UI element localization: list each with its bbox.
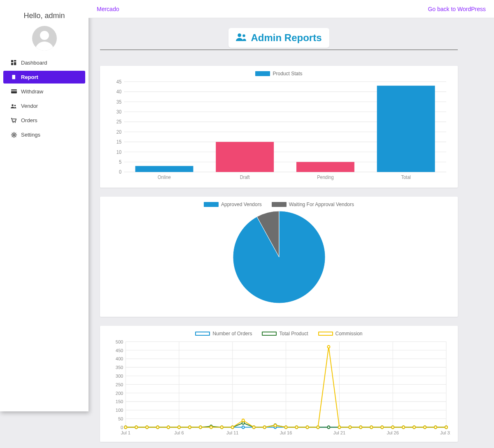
legend-swatch bbox=[272, 202, 287, 207]
svg-point-163 bbox=[285, 426, 287, 428]
svg-text:5: 5 bbox=[119, 160, 121, 165]
svg-text:30: 30 bbox=[117, 109, 121, 114]
svg-point-136 bbox=[327, 426, 330, 428]
svg-point-170 bbox=[359, 426, 362, 428]
svg-text:15: 15 bbox=[117, 139, 121, 144]
sidebar-item-label: Settings bbox=[21, 132, 40, 138]
svg-point-8 bbox=[14, 104, 16, 106]
avatar bbox=[32, 26, 57, 51]
sidebar-item-label: Withdraw bbox=[21, 88, 43, 95]
svg-line-17 bbox=[15, 136, 16, 137]
svg-text:20: 20 bbox=[117, 129, 121, 134]
svg-point-7 bbox=[12, 104, 14, 106]
legend-label: Number of Orders bbox=[212, 331, 252, 337]
line-chart: 050100150200250300350400450500Jul 1Jul 6… bbox=[107, 339, 450, 436]
svg-point-151 bbox=[156, 426, 159, 428]
svg-rect-4 bbox=[12, 75, 15, 79]
topbar: Mercado Go back to WordPress bbox=[89, 0, 494, 18]
svg-point-153 bbox=[178, 426, 180, 428]
back-to-wordpress-link[interactable]: Go back to WordPress bbox=[428, 6, 486, 12]
svg-point-177 bbox=[434, 426, 437, 428]
svg-point-20 bbox=[238, 33, 242, 37]
svg-rect-5 bbox=[11, 89, 17, 93]
svg-rect-48 bbox=[377, 86, 435, 172]
svg-point-176 bbox=[424, 426, 426, 428]
svg-point-175 bbox=[413, 426, 415, 428]
orders-icon bbox=[11, 117, 17, 123]
svg-point-161 bbox=[263, 426, 266, 428]
svg-text:Jul 6: Jul 6 bbox=[174, 430, 184, 435]
legend-label: Total Product bbox=[279, 331, 308, 337]
svg-text:400: 400 bbox=[116, 356, 123, 361]
svg-point-21 bbox=[243, 35, 246, 37]
bar-chart: 051015202530354045OnlineDraftPendingTota… bbox=[107, 79, 450, 182]
pie-chart bbox=[232, 210, 326, 304]
brand-link[interactable]: Mercado bbox=[97, 6, 119, 12]
svg-rect-46 bbox=[296, 162, 354, 172]
sidebar-item-withdraw[interactable]: Withdraw bbox=[0, 84, 89, 99]
sidebar-item-settings[interactable]: Settings bbox=[0, 128, 89, 142]
svg-point-159 bbox=[242, 419, 245, 422]
product-stats-card: Product Stats 051015202530354045OnlineDr… bbox=[100, 66, 458, 188]
svg-line-19 bbox=[15, 133, 16, 134]
legend-label: Commission bbox=[336, 331, 363, 337]
legend-label: Waiting For Approval Vendors bbox=[289, 202, 354, 207]
svg-point-165 bbox=[306, 426, 308, 428]
bar-legend: Product Stats bbox=[107, 71, 450, 77]
svg-point-171 bbox=[370, 426, 373, 428]
sidebar-item-dashboard[interactable]: Dashboard bbox=[0, 56, 89, 70]
svg-rect-6 bbox=[11, 91, 17, 91]
svg-rect-44 bbox=[216, 142, 274, 172]
svg-text:Pending: Pending bbox=[317, 175, 334, 180]
svg-text:450: 450 bbox=[116, 348, 123, 353]
svg-text:40: 40 bbox=[117, 89, 121, 94]
svg-text:Jul 31: Jul 31 bbox=[440, 430, 450, 435]
svg-text:0: 0 bbox=[121, 425, 123, 430]
svg-point-154 bbox=[189, 426, 191, 428]
svg-text:50: 50 bbox=[118, 416, 123, 421]
legend-label: Approved Vendors bbox=[221, 202, 262, 207]
dashboard-icon bbox=[11, 60, 17, 66]
svg-rect-2 bbox=[11, 63, 13, 65]
svg-point-148 bbox=[124, 426, 127, 428]
svg-text:Jul 16: Jul 16 bbox=[280, 430, 292, 435]
svg-point-11 bbox=[13, 134, 15, 136]
sidebar-item-orders[interactable]: Orders bbox=[0, 113, 89, 128]
vendor-icon bbox=[11, 103, 17, 109]
sidebar-item-label: Dashboard bbox=[21, 60, 47, 66]
svg-point-164 bbox=[296, 426, 298, 428]
page-title: Admin Reports bbox=[228, 28, 329, 48]
svg-text:0: 0 bbox=[119, 169, 121, 174]
sidebar-item-vendor[interactable]: Vendor bbox=[0, 99, 89, 113]
svg-text:Jul 11: Jul 11 bbox=[226, 430, 238, 435]
page-divider bbox=[100, 49, 458, 50]
svg-point-158 bbox=[231, 426, 234, 428]
legend-swatch bbox=[255, 71, 270, 76]
orders-line-card: Number of Orders Total Product Commissio… bbox=[100, 326, 458, 442]
legend-swatch bbox=[318, 332, 333, 336]
svg-text:45: 45 bbox=[117, 79, 121, 84]
svg-text:Online: Online bbox=[158, 175, 171, 180]
svg-text:Draft: Draft bbox=[240, 175, 250, 180]
sidebar-item-label: Report bbox=[21, 74, 38, 80]
sidebar: Hello, admin Dashboard Report Withdraw bbox=[0, 0, 89, 411]
vendor-pie-card: Approved Vendors Waiting For Approval Ve… bbox=[100, 197, 458, 317]
svg-point-174 bbox=[402, 426, 405, 428]
svg-rect-42 bbox=[135, 166, 193, 172]
svg-text:500: 500 bbox=[116, 339, 123, 344]
sidebar-item-report[interactable]: Report bbox=[3, 71, 85, 84]
svg-text:Total: Total bbox=[401, 175, 410, 180]
svg-point-149 bbox=[135, 426, 137, 428]
svg-text:Jul 26: Jul 26 bbox=[387, 430, 398, 435]
svg-text:Jul 1: Jul 1 bbox=[121, 430, 130, 435]
svg-text:100: 100 bbox=[116, 408, 123, 413]
svg-point-157 bbox=[221, 426, 223, 428]
line-legend: Number of Orders Total Product Commissio… bbox=[107, 331, 450, 337]
sidebar-item-label: Orders bbox=[21, 117, 37, 123]
svg-point-178 bbox=[445, 426, 447, 428]
svg-text:35: 35 bbox=[117, 99, 121, 104]
svg-text:25: 25 bbox=[117, 119, 121, 124]
legend-swatch bbox=[204, 202, 219, 207]
settings-icon bbox=[11, 132, 17, 138]
legend-label: Product Stats bbox=[273, 71, 302, 77]
